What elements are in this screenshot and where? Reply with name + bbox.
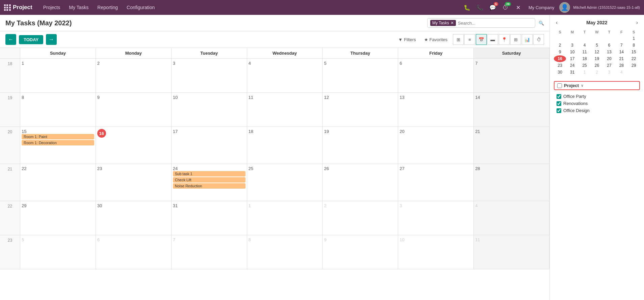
cal-cell-sat-28[interactable]: 28 bbox=[474, 164, 549, 201]
view-kanban[interactable]: ⊞ bbox=[453, 34, 464, 45]
cal-cell-thu-5[interactable]: 5 bbox=[323, 59, 398, 92]
mini-day other-month[interactable]: 4 bbox=[615, 69, 627, 76]
task-subtask1[interactable]: Sub task 1 bbox=[173, 171, 246, 176]
nav-projects[interactable]: Projects bbox=[40, 3, 64, 11]
favorites-button[interactable]: ★ Favorites bbox=[421, 36, 450, 44]
mini-day[interactable]: 22 bbox=[628, 55, 640, 62]
task-checklift[interactable]: Check Lift bbox=[173, 177, 246, 183]
mini-day[interactable]: 12 bbox=[591, 49, 603, 55]
office-design-checkbox[interactable] bbox=[557, 108, 561, 113]
mini-day[interactable]: 30 bbox=[554, 69, 566, 76]
project-filter-checkbox[interactable] bbox=[557, 83, 562, 88]
mini-day[interactable]: 27 bbox=[603, 62, 615, 69]
mini-day other-month[interactable] bbox=[628, 69, 640, 76]
activity-icon[interactable]: ⏱ 28 bbox=[500, 2, 511, 13]
task-room1-decoration[interactable]: Room 1: Decoration bbox=[22, 140, 94, 145]
mini-day[interactable] bbox=[615, 35, 627, 42]
mini-day[interactable]: 13 bbox=[603, 49, 615, 55]
cal-cell-thu-26[interactable]: 26 bbox=[323, 164, 398, 201]
view-gantt[interactable]: ▬ bbox=[487, 34, 498, 45]
cal-cell-fri-27[interactable]: 27 bbox=[398, 164, 474, 201]
cal-cell-fri-6[interactable]: 6 bbox=[398, 59, 474, 92]
cal-cell-wed-jun8[interactable]: 8 bbox=[247, 235, 323, 269]
filter-item-office-party[interactable]: Office Party bbox=[554, 93, 640, 100]
mini-day[interactable]: 23 bbox=[554, 62, 566, 69]
mini-day[interactable]: 20 bbox=[603, 55, 615, 62]
cal-cell-tue-10[interactable]: 10 bbox=[172, 93, 247, 127]
view-list[interactable]: ≡ bbox=[464, 34, 475, 45]
mini-day[interactable]: 10 bbox=[566, 49, 578, 55]
mini-day[interactable]: 29 bbox=[628, 62, 640, 69]
cal-cell-sun-15[interactable]: 15 Room 1: Paint Room 1: Decoration bbox=[20, 127, 96, 164]
mini-day[interactable]: 25 bbox=[578, 62, 591, 69]
cal-cell-thu-jun2[interactable]: 2 bbox=[323, 201, 398, 235]
cal-cell-fri-20[interactable]: 20 bbox=[398, 127, 474, 164]
mini-day[interactable]: 19 bbox=[591, 55, 603, 62]
chat-icon[interactable]: 💬 5 bbox=[487, 2, 498, 13]
office-party-checkbox[interactable] bbox=[557, 94, 561, 99]
cal-cell-sun-29[interactable]: 29 bbox=[20, 201, 96, 235]
mini-day[interactable] bbox=[578, 35, 591, 42]
cal-cell-mon-30[interactable]: 30 bbox=[96, 201, 172, 235]
filters-button[interactable]: ▼ Filters bbox=[395, 36, 418, 44]
prev-button[interactable]: ← bbox=[5, 34, 16, 45]
cal-cell-sun-22[interactable]: 22 bbox=[20, 164, 96, 201]
nav-my-tasks[interactable]: My Tasks bbox=[66, 3, 92, 11]
mini-day other-month[interactable]: 2 bbox=[591, 69, 603, 76]
cal-cell-wed-11[interactable]: 11 bbox=[247, 93, 323, 127]
mini-day[interactable]: 24 bbox=[566, 62, 578, 69]
mini-day[interactable]: 17 bbox=[566, 55, 578, 62]
cal-cell-tue-17[interactable]: 17 bbox=[172, 127, 247, 164]
view-calendar[interactable]: 📅 bbox=[476, 34, 487, 45]
cal-cell-sat-7[interactable]: 7 bbox=[474, 59, 549, 92]
cal-cell-sun-jun5[interactable]: 5 bbox=[20, 235, 96, 269]
mini-day[interactable]: 9 bbox=[554, 49, 566, 55]
mini-day[interactable]: 31 bbox=[566, 69, 578, 76]
task-noisereduction[interactable]: Noise Reduction bbox=[173, 183, 246, 189]
mini-day[interactable] bbox=[591, 35, 603, 42]
mini-day[interactable]: 8 bbox=[628, 42, 640, 49]
cal-cell-wed-jun1[interactable]: 1 bbox=[247, 201, 323, 235]
cal-cell-tue-3[interactable]: 3 bbox=[172, 59, 247, 92]
cal-cell-mon-2[interactable]: 2 bbox=[96, 59, 172, 92]
cal-cell-mon-jun6[interactable]: 6 bbox=[96, 235, 172, 269]
cal-cell-sat-jun11[interactable]: 11 bbox=[474, 235, 549, 269]
renovations-checkbox[interactable] bbox=[557, 101, 561, 106]
search-icon[interactable]: 🔍 bbox=[539, 21, 544, 26]
mini-prev-button[interactable]: ‹ bbox=[554, 19, 560, 26]
close-icon[interactable]: ✕ bbox=[513, 2, 524, 13]
mini-day[interactable]: 26 bbox=[591, 62, 603, 69]
mini-day[interactable]: 21 bbox=[615, 55, 627, 62]
mini-day[interactable] bbox=[603, 35, 615, 42]
view-chart[interactable]: 📊 bbox=[522, 34, 533, 45]
cal-cell-sat-jun4[interactable]: 4 bbox=[474, 201, 549, 235]
cal-cell-wed-18[interactable]: 18 bbox=[247, 127, 323, 164]
mini-day[interactable]: 14 bbox=[615, 49, 627, 55]
mini-day[interactable] bbox=[554, 35, 566, 42]
cal-cell-fri-jun3[interactable]: 3 bbox=[398, 201, 474, 235]
cal-cell-tue-24[interactable]: 24 Sub task 1 Check Lift Noise Reduction bbox=[172, 164, 247, 201]
mini-day other-month[interactable]: 3 bbox=[603, 69, 615, 76]
next-button[interactable]: → bbox=[46, 34, 57, 45]
cal-cell-tue-31[interactable]: 31 bbox=[172, 201, 247, 235]
mini-day[interactable]: 18 bbox=[578, 55, 591, 62]
view-pivot[interactable]: ⊞ bbox=[510, 34, 521, 45]
mini-day[interactable]: 28 bbox=[615, 62, 627, 69]
mini-day[interactable]: 1 bbox=[628, 35, 640, 42]
cal-cell-sun-1[interactable]: 1 bbox=[20, 59, 96, 92]
mini-day[interactable]: 11 bbox=[578, 49, 591, 55]
mini-day[interactable]: 2 bbox=[554, 42, 566, 49]
cal-cell-fri-jun10[interactable]: 10 bbox=[398, 235, 474, 269]
cal-cell-fri-13[interactable]: 13 bbox=[398, 93, 474, 127]
view-activity[interactable]: ⏱ bbox=[533, 34, 544, 45]
filter-item-renovations[interactable]: Renovations bbox=[554, 100, 640, 107]
cal-cell-mon-16[interactable]: 16 bbox=[96, 127, 172, 164]
filter-tag-close[interactable]: ✕ bbox=[450, 21, 454, 25]
cal-cell-thu-jun9[interactable]: 9 bbox=[323, 235, 398, 269]
cal-cell-wed-4[interactable]: 4 bbox=[247, 59, 323, 92]
mini-day[interactable]: 16 bbox=[554, 55, 566, 62]
mini-day[interactable]: 6 bbox=[603, 42, 615, 49]
nav-configuration[interactable]: Configuration bbox=[123, 3, 158, 11]
cal-cell-mon-23[interactable]: 23 bbox=[96, 164, 172, 201]
today-button[interactable]: TODAY bbox=[19, 35, 43, 44]
